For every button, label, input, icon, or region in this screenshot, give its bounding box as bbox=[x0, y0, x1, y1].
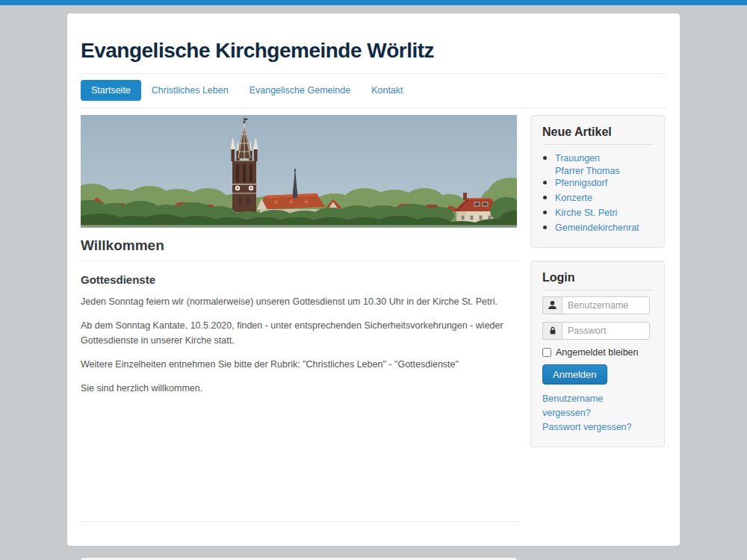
article-link-trauungen[interactable]: Trauungen bbox=[555, 153, 600, 164]
nav-item-evangelische-gemeinde[interactable]: Evangelische Gemeinde bbox=[239, 80, 362, 101]
top-accent-bar bbox=[0, 0, 747, 5]
page-container: Evangelische Kirchgemeinde Wörlitz Start… bbox=[67, 13, 680, 546]
username-input[interactable] bbox=[562, 296, 650, 314]
page-title: Evangelische Kirchgemeinde Wörlitz bbox=[81, 39, 666, 63]
content-spacer bbox=[81, 396, 517, 521]
password-group bbox=[542, 322, 650, 340]
list-item: Trauungen bbox=[555, 151, 653, 164]
article-paragraph: Sie sind herzlich willkommen. bbox=[81, 381, 517, 396]
remember-me-row: Angemeldet bleiben bbox=[542, 347, 653, 358]
remember-me-label: Angemeldet bleiben bbox=[556, 347, 639, 358]
login-module: Login Angemeldet bleiben bbox=[530, 261, 665, 447]
remember-me-checkbox[interactable] bbox=[542, 348, 551, 357]
nav-item-christliches-leben[interactable]: Christliches Leben bbox=[141, 80, 239, 101]
new-articles-module: Neue Artikel Trauungen Pfarrer Thomas Pf… bbox=[530, 115, 665, 248]
nav-item-startseite[interactable]: Startseite bbox=[81, 80, 141, 101]
article-link-pfarrer[interactable]: Pfarrer Thomas Pfennigsdorf bbox=[555, 166, 653, 189]
main-navigation: Startseite Christliches Leben Evangelisc… bbox=[81, 74, 666, 108]
sidebar: Neue Artikel Trauungen Pfarrer Thomas Pf… bbox=[530, 115, 665, 560]
login-button[interactable]: Anmelden bbox=[542, 364, 607, 385]
main-content: Willkommen Gottesdienste Jeden Sonntag f… bbox=[81, 115, 517, 560]
site-header: Evangelische Kirchgemeinde Wörlitz bbox=[81, 13, 666, 74]
list-item: Kirche St. Petri bbox=[555, 205, 653, 219]
lock-icon bbox=[542, 322, 562, 340]
article-link-konzerte[interactable]: Konzerte bbox=[555, 193, 592, 204]
login-title: Login bbox=[542, 271, 653, 290]
foreground-strip bbox=[81, 225, 517, 228]
password-input[interactable] bbox=[562, 322, 650, 340]
forgot-password-link[interactable]: Passwort vergessen? bbox=[542, 420, 653, 435]
article-paragraph: Jeden Sonntag feiern wir (normalerweise)… bbox=[81, 294, 517, 310]
forgot-username-link[interactable]: Benutzername vergessen? bbox=[542, 392, 653, 421]
user-icon bbox=[542, 296, 562, 314]
article-link-gemeindekirchenrat[interactable]: Gemeindekirchenrat bbox=[555, 223, 639, 234]
welcome-heading: Willkommen bbox=[81, 237, 517, 261]
new-articles-title: Neue Artikel bbox=[542, 125, 653, 145]
article-link-kirche-st-petri[interactable]: Kirche St. Petri bbox=[555, 208, 617, 219]
list-item: Pfarrer Thomas Pfennigsdorf bbox=[555, 166, 653, 189]
nav-item-kontakt[interactable]: Kontakt bbox=[361, 80, 413, 101]
content-divider bbox=[81, 521, 517, 522]
list-item: Konzerte bbox=[555, 190, 653, 204]
article-paragraph: Weitere Einzelheiten entnehmen Sie bitte… bbox=[81, 357, 517, 373]
article-subheading: Gottesdienste bbox=[81, 273, 517, 286]
login-links: Benutzername vergessen? Passwort vergess… bbox=[542, 392, 653, 435]
article-paragraph: Ab dem Sonntag Kantate, 10.5.2020, finde… bbox=[81, 318, 517, 349]
hero-image bbox=[81, 115, 517, 228]
new-articles-list: Trauungen Pfarrer Thomas Pfennigsdorf Ko… bbox=[542, 151, 653, 234]
list-item: Gemeindekirchenrat bbox=[555, 220, 653, 234]
username-group bbox=[542, 296, 650, 314]
